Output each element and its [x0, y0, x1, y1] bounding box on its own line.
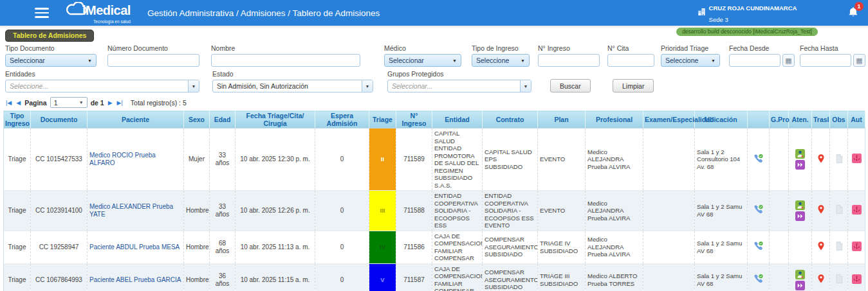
entidades-select[interactable]: Seleccione... ▼	[5, 80, 199, 93]
transfer-patient-icon[interactable]	[795, 281, 805, 290]
last-page-icon[interactable]: ▶|	[116, 100, 124, 106]
transfer-patient-icon[interactable]	[795, 211, 805, 221]
cell-tipo-ingreso: Triage	[4, 128, 31, 191]
calendar-icon[interactable]: ▦	[853, 54, 865, 67]
location-pin-icon[interactable]	[817, 274, 826, 284]
phone-call-icon[interactable]	[753, 154, 764, 164]
logo-tagline: Tecnología en salud	[93, 20, 131, 24]
tipo-ingreso-select[interactable]: Seleccione▼	[472, 54, 530, 67]
cell-examen-especialidad	[643, 128, 695, 191]
fecha-desde-input[interactable]	[729, 54, 780, 67]
building-icon	[697, 7, 706, 19]
cell-espera-admision: 0	[315, 128, 369, 191]
cell-aten	[789, 191, 812, 231]
chevron-down-icon: ▼	[521, 58, 525, 63]
notifications-button[interactable]: 1	[847, 6, 859, 21]
cell-gpro	[770, 263, 789, 291]
cell-aten	[789, 263, 812, 291]
fecha-hasta-input[interactable]	[800, 54, 851, 67]
authorization-icon[interactable]	[852, 205, 862, 215]
col-n-ingreso: N° Ingreso	[396, 111, 432, 128]
patient-link[interactable]: Medico ALEXANDER Prueba YATE	[89, 203, 173, 218]
phone-call-icon[interactable]	[753, 241, 764, 251]
tipo-documento-select[interactable]: Seleccionar▼	[5, 54, 97, 67]
transfer-patient-icon[interactable]	[795, 160, 805, 170]
location-pin-icon[interactable]	[817, 154, 826, 164]
col-telefono	[748, 111, 770, 128]
cell-espera-admision: 0	[315, 263, 369, 291]
observations-icon[interactable]	[835, 154, 844, 164]
cell-aten	[789, 128, 812, 191]
tab-tablero-admisiones[interactable]: Tablero de Admisiones	[5, 30, 94, 42]
numero-documento-input[interactable]	[107, 54, 199, 67]
menu-icon[interactable]	[35, 8, 49, 18]
page-of-label: de 1	[91, 99, 104, 107]
observations-icon[interactable]	[835, 274, 844, 284]
cell-fecha: 10 abr. 2025 11:13 a. m.	[235, 231, 315, 263]
page-select[interactable]: 1▼	[50, 97, 88, 108]
org-block: CRUZ ROJA CUNDINAMARCA Sede 3 desarrollo…	[663, 1, 831, 36]
fecha-desde-label: Fecha Desde	[729, 44, 795, 52]
org-name: CRUZ ROJA CUNDINAMARCA	[709, 4, 797, 12]
notification-badge: 1	[854, 2, 863, 11]
breadcrumb[interactable]: Gestión Administrativa / Admisiones / Ta…	[147, 8, 380, 18]
estado-label: Estado	[212, 70, 373, 78]
calendar-icon[interactable]: ▦	[782, 54, 795, 67]
app-logo: iMedical Tecnología en salud	[66, 2, 131, 24]
nombre-input[interactable]	[211, 54, 360, 67]
cell-plan: TRIAGE III SUBSIDIADO	[538, 263, 586, 291]
triage-level-badge: V	[369, 263, 396, 291]
next-page-icon[interactable]: ▶	[107, 100, 113, 106]
medico-label: Médico	[384, 44, 461, 52]
cell-profesional: Medico ALEJANDRA Prueba ALVIRA	[586, 128, 643, 191]
observations-icon[interactable]	[835, 241, 844, 251]
col-fecha: Fecha Triage/Cita/ Cirugía	[235, 111, 315, 128]
cell-trasl	[812, 191, 830, 231]
cell-telefono	[748, 191, 770, 231]
admissions-table: Tipo Ingreso Documento Paciente Sexo Eda…	[3, 110, 865, 291]
location-pin-icon[interactable]	[817, 241, 826, 251]
org-sede: Sede 3	[709, 16, 728, 23]
cell-examen-especialidad	[643, 191, 695, 231]
cell-aut	[848, 128, 865, 191]
cell-telefono	[748, 231, 770, 263]
col-edad: Edad	[210, 111, 235, 128]
page-label: Pagina	[24, 99, 46, 107]
pagination-bar: |◀ ◀ Pagina 1▼ de 1 ▶ ▶| Total registro(…	[0, 96, 868, 110]
n-ingreso-input[interactable]	[538, 54, 600, 67]
n-cita-input[interactable]	[607, 54, 654, 67]
attend-patient-icon[interactable]	[795, 270, 805, 279]
cell-aten	[789, 231, 812, 263]
patient-link[interactable]: Paciente ABEL Prueba GARCIA	[89, 276, 181, 283]
cell-aut	[848, 263, 865, 291]
chevron-down-icon: ▼	[88, 58, 92, 63]
medico-select[interactable]: Seleccionar▼	[384, 54, 461, 67]
phone-call-icon[interactable]	[753, 204, 764, 215]
attend-patient-icon[interactable]	[795, 149, 805, 159]
n-cita-label: N° Cita	[607, 44, 654, 52]
cell-trasl	[812, 128, 830, 191]
prioridad-triage-select[interactable]: Seleccione▼	[661, 54, 720, 67]
triage-level-badge: III	[369, 191, 396, 231]
cell-obs	[830, 263, 848, 291]
cell-telefono	[748, 263, 770, 291]
cell-contrato: COMPENSAR ASEGURAMIENTO SUBSIDIADO	[483, 231, 538, 263]
patient-link[interactable]: Paciente ABDUL Prueba MESA	[89, 243, 180, 251]
phone-call-icon[interactable]	[753, 274, 764, 284]
first-page-icon[interactable]: |◀	[5, 100, 12, 106]
estado-select[interactable]: Sin Admisión, Sin Autorización ▼	[212, 80, 373, 93]
location-pin-icon[interactable]	[817, 204, 826, 215]
authorization-icon[interactable]	[852, 242, 862, 251]
limpiar-button[interactable]: Limpiar	[613, 79, 654, 93]
buscar-button[interactable]: Buscar	[550, 79, 591, 93]
chevron-down-icon: ▼	[452, 58, 457, 63]
attend-patient-icon[interactable]	[795, 200, 805, 210]
authorization-icon[interactable]	[852, 154, 862, 163]
patient-link[interactable]: Medico ROCIO Prueba ALFARO	[89, 152, 156, 166]
observations-icon[interactable]	[835, 204, 844, 215]
grupos-protegidos-select[interactable]: Seleccionar... ▼	[387, 80, 531, 93]
top-bar: iMedical Tecnología en salud Gestión Adm…	[0, 0, 868, 26]
prev-page-icon[interactable]: ◀	[15, 100, 21, 106]
authorization-icon[interactable]	[852, 274, 862, 284]
cell-fecha: 10 abr. 2025 11:15 a. m.	[235, 263, 315, 291]
